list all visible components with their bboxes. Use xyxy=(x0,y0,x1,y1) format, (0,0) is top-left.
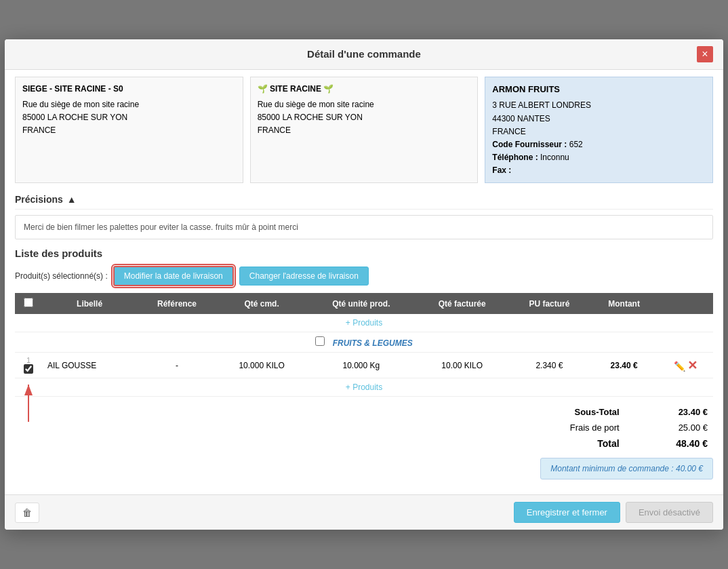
product-montant: 23.40 € xyxy=(590,353,658,378)
supplier-code-label: Code Fournisseur : xyxy=(492,140,567,149)
siege-line3: FRANCE xyxy=(22,124,236,137)
modal-footer: 🗑 Enregistrer et fermer Envoi désactivé xyxy=(5,494,723,530)
sous-total-label: Sous-Total xyxy=(498,405,624,419)
trash-icon: 🗑 xyxy=(22,507,32,518)
precisions-section: Précisions ▲ Merci de bien filmer les pa… xyxy=(15,190,713,239)
supplier-address2: 44300 NANTES xyxy=(492,113,706,125)
supplier-code-value: 652 xyxy=(569,140,583,149)
col-qte-cmd: Qté cmd. xyxy=(217,293,306,314)
product-checkbox[interactable] xyxy=(24,364,33,374)
select-all-checkbox[interactable] xyxy=(24,298,33,307)
siege-card-title: SIEGE - SITE RACINE - S0 xyxy=(22,83,236,96)
total-value: 48.40 € xyxy=(625,436,712,451)
row-num-cell: 1 xyxy=(15,353,42,378)
table-row: 1 AIL GOUSSE - 10.000 KILO 10.000 Kg 10.… xyxy=(15,353,713,378)
sous-total-value: 23.40 € xyxy=(625,405,712,419)
add-products-label-top[interactable]: + Produits xyxy=(346,318,382,328)
table-wrapper: Libellé Référence Qté cmd. Qté unité pro… xyxy=(15,293,713,397)
supplier-telephone-value: Inconnu xyxy=(540,153,569,162)
edit-product-icon[interactable]: ✏️ xyxy=(674,361,685,372)
site-racine-line2: 85000 LA ROCHE SUR YON xyxy=(258,111,471,124)
actions-area: Produit(s) sélectionné(s) : Modifier la … xyxy=(15,266,713,286)
product-qte-cmd: 10.000 KILO xyxy=(217,353,306,378)
frais-port-label: Frais de port xyxy=(498,420,624,435)
product-reference: - xyxy=(137,353,217,378)
site-racine-card: 🌱 SITE RACINE 🌱 Rue du siège de mon site… xyxy=(250,77,479,184)
add-products-row-bottom: + Produits xyxy=(15,378,713,397)
siege-line2: 85000 LA ROCHE SUR YON xyxy=(22,111,236,124)
siege-card: SIEGE - SITE RACINE - S0 Rue du siège de… xyxy=(15,77,243,184)
supplier-name: ARMON FRUITS xyxy=(492,83,706,97)
total-row: Total 48.40 € xyxy=(498,436,712,451)
actions-label: Produit(s) sélectionné(s) : xyxy=(15,271,108,281)
modal-header: Détail d'une commande × xyxy=(5,39,723,70)
supplier-telephone: Téléphone : Inconnu xyxy=(492,151,706,164)
col-checkbox xyxy=(15,293,42,314)
site-racine-title: 🌱 SITE RACINE 🌱 xyxy=(258,83,471,96)
supplier-card: ARMON FRUITS 3 RUE ALBERT LONDRES 44300 … xyxy=(485,77,713,184)
total-label: Total xyxy=(498,436,624,451)
col-qte-facturee: Qté facturée xyxy=(416,293,508,314)
min-order-notice: Montant minimum de commande : 40.00 € xyxy=(540,458,713,479)
products-section: Liste des produits Produit(s) sélectionn… xyxy=(15,248,713,479)
col-reference: Référence xyxy=(137,293,217,314)
col-qte-unite: Qté unité prod. xyxy=(306,293,416,314)
frais-port-value: 25.00 € xyxy=(625,420,712,435)
product-qte-unite: 10.000 Kg xyxy=(306,353,416,378)
col-pu-facture: PU facturé xyxy=(508,293,590,314)
product-actions-cell: ✏️ ✕ xyxy=(658,353,713,378)
category-row: FRUITS & LEGUMES xyxy=(15,332,713,353)
modify-date-button[interactable]: Modifier la date de livraison xyxy=(113,266,234,286)
table-header-row: Libellé Référence Qté cmd. Qté unité pro… xyxy=(15,293,713,314)
add-products-label-bottom[interactable]: + Produits xyxy=(346,382,382,392)
row-number: 1 xyxy=(20,357,37,364)
modal-body: SIEGE - SITE RACINE - S0 Rue du siège de… xyxy=(5,70,723,495)
trash-button[interactable]: 🗑 xyxy=(15,503,39,523)
site-racine-line3: FRANCE xyxy=(258,124,471,137)
product-qte-facturee: 10.00 KILO xyxy=(416,353,508,378)
product-libelle: AIL GOUSSE xyxy=(42,353,137,378)
supplier-fax-label: Fax : xyxy=(492,165,511,175)
category-checkbox[interactable] xyxy=(315,336,325,346)
modal-overlay: Détail d'une commande × SIEGE - SITE RAC… xyxy=(0,0,728,569)
supplier-code: Code Fournisseur : 652 xyxy=(492,138,706,151)
col-libelle: Libellé xyxy=(42,293,137,314)
precisions-header: Précisions ▲ xyxy=(15,190,713,210)
close-button[interactable]: × xyxy=(697,46,713,62)
precisions-text: Merci de bien filmer les palettes pour e… xyxy=(15,215,713,239)
supplier-telephone-label: Téléphone : xyxy=(492,153,538,162)
modal-dialog: Détail d'une commande × SIEGE - SITE RAC… xyxy=(5,39,723,530)
totals-table: Sous-Total 23.40 € Frais de port 25.00 €… xyxy=(496,404,713,452)
totals-section: Sous-Total 23.40 € Frais de port 25.00 €… xyxy=(15,404,713,479)
delete-product-icon[interactable]: ✕ xyxy=(687,359,697,372)
precisions-toggle-icon[interactable]: ▲ xyxy=(67,194,77,205)
supplier-address1: 3 RUE ALBERT LONDRES xyxy=(492,99,706,112)
category-label: FRUITS & LEGUMES xyxy=(333,338,413,348)
change-address-button[interactable]: Changer l'adresse de livraison xyxy=(239,267,369,286)
product-pu-facture: 2.340 € xyxy=(508,353,590,378)
siege-line1: Rue du siège de mon site racine xyxy=(22,98,236,111)
send-disabled-button: Envoi désactivé xyxy=(626,502,713,523)
col-montant: Montant xyxy=(590,293,658,314)
sous-total-row: Sous-Total 23.40 € xyxy=(498,405,712,419)
col-actions-header xyxy=(658,293,713,314)
modal-title: Détail d'une commande xyxy=(31,48,697,60)
site-racine-line1: Rue du siège de mon site racine xyxy=(258,98,471,111)
supplier-country: FRANCE xyxy=(492,125,706,138)
footer-buttons: Enregistrer et fermer Envoi désactivé xyxy=(514,502,713,523)
supplier-fax: Fax : xyxy=(492,164,706,177)
products-title: Liste des produits xyxy=(15,248,713,259)
products-table: Libellé Référence Qté cmd. Qté unité pro… xyxy=(15,293,713,397)
frais-port-row: Frais de port 25.00 € xyxy=(498,420,712,435)
save-close-button[interactable]: Enregistrer et fermer xyxy=(514,502,620,523)
precisions-title: Précisions xyxy=(15,194,63,205)
info-cards-row: SIEGE - SITE RACINE - S0 Rue du siège de… xyxy=(15,77,713,184)
add-products-row-top: + Produits xyxy=(15,314,713,332)
actions-row: Produit(s) sélectionné(s) : Modifier la … xyxy=(15,266,713,286)
